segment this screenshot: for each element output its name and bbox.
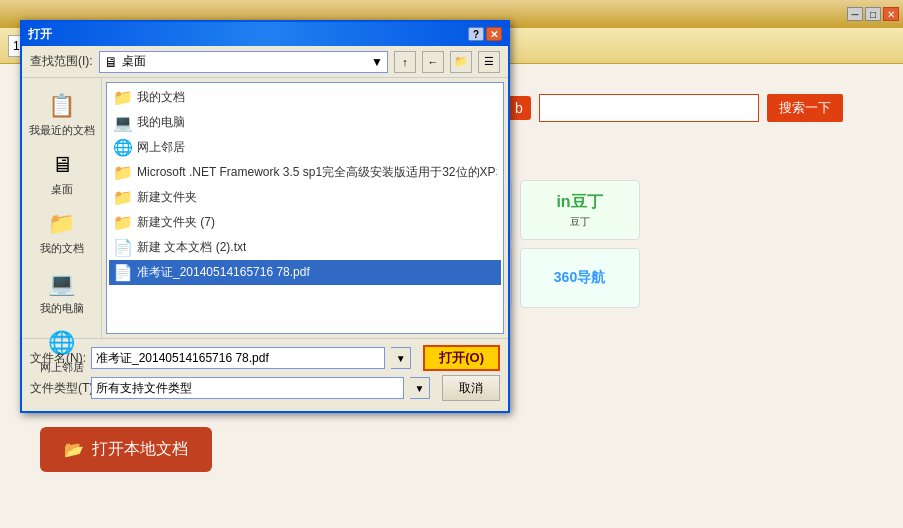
dialog-titlebar: 打开 ? ✕	[22, 22, 508, 46]
filename-input[interactable]	[91, 347, 385, 369]
filename-row: 文件名(N): ▼ 打开(O)	[30, 345, 500, 371]
my-docs-label: 我的文档	[40, 242, 84, 255]
file-name-pdf: 准考证_20140514165716 78.pdf	[137, 264, 310, 281]
file-item-my-computer[interactable]: 💻 我的电脑	[109, 110, 501, 135]
filename-label: 文件名(N):	[30, 350, 85, 367]
dialog-toolbar: 查找范围(I): 🖥 桌面 ▼ ↑ ← 📁 ☰	[22, 46, 508, 78]
dialog-help-button[interactable]: ?	[468, 27, 484, 41]
dialog-sidebar: 📋 我最近的文档 🖥 桌面 📁 我的文档 💻 我的电脑 🌐 网上邻	[22, 78, 102, 338]
file-item-pdf[interactable]: 📄 准考证_20140514165716 78.pdf	[109, 260, 501, 285]
open-file-dialog: 打开 ? ✕ 查找范围(I): 🖥 桌面 ▼ ↑ ← 📁 ☰ 📋 我最近的文档	[20, 20, 510, 413]
dialog-file-list[interactable]: 📁 我的文档 💻 我的电脑 🌐 网上邻居 📁 Microsoft .NET Fr…	[106, 82, 504, 334]
new-folder-icon: 📁	[113, 188, 133, 207]
file-name-new-folder: 新建文件夹	[137, 189, 197, 206]
file-item-my-docs[interactable]: 📁 我的文档	[109, 85, 501, 110]
filetype-label: 文件类型(T):	[30, 380, 85, 397]
network-file-icon: 🌐	[113, 138, 133, 157]
nav-up-button[interactable]: ↑	[394, 51, 416, 73]
txt-icon: 📄	[113, 238, 133, 257]
file-name-network: 网上邻居	[137, 139, 185, 156]
new-folder-button[interactable]: 📁	[450, 51, 472, 73]
dropdown-arrow: ▼	[371, 55, 383, 69]
filename-dropdown[interactable]: ▼	[391, 347, 411, 369]
my-computer-icon: 💻	[46, 268, 78, 300]
location-label: 查找范围(I):	[30, 53, 93, 70]
recent-docs-label: 我最近的文档	[29, 124, 95, 137]
pdf-icon: 📄	[113, 263, 133, 282]
cancel-button[interactable]: 取消	[442, 375, 500, 401]
desktop-icon: 🖥	[46, 149, 78, 181]
file-name-my-computer: 我的电脑	[137, 114, 185, 131]
desktop-icon-small: 🖥	[104, 54, 118, 70]
desktop-label: 桌面	[51, 183, 73, 196]
my-docs-icon: 📁	[46, 208, 78, 240]
file-item-new-txt[interactable]: 📄 新建 文本文档 (2).txt	[109, 235, 501, 260]
dialog-close-button[interactable]: ✕	[486, 27, 502, 41]
dialog-title: 打开	[28, 26, 466, 43]
file-item-network[interactable]: 🌐 网上邻居	[109, 135, 501, 160]
sidebar-item-recent[interactable]: 📋 我最近的文档	[27, 86, 97, 141]
computer-icon: 💻	[113, 113, 133, 132]
view-toggle-button[interactable]: ☰	[478, 51, 500, 73]
file-name-new-folder-7: 新建文件夹 (7)	[137, 214, 215, 231]
filetype-dropdown[interactable]: ▼	[410, 377, 430, 399]
cancel-button-area: 取消	[442, 375, 500, 401]
dialog-action-buttons: 打开(O)	[423, 345, 500, 371]
nav-back-button[interactable]: ←	[422, 51, 444, 73]
sidebar-item-desktop[interactable]: 🖥 桌面	[27, 145, 97, 200]
location-select[interactable]: 🖥 桌面 ▼	[99, 51, 388, 73]
sidebar-item-my-computer[interactable]: 💻 我的电脑	[27, 264, 97, 319]
filetype-input[interactable]	[91, 377, 404, 399]
dialog-overlay: 打开 ? ✕ 查找范围(I): 🖥 桌面 ▼ ↑ ← 📁 ☰ 📋 我最近的文档	[0, 0, 903, 528]
file-name-new-txt: 新建 文本文档 (2).txt	[137, 239, 246, 256]
file-name-my-docs: 我的文档	[137, 89, 185, 106]
file-item-netframework[interactable]: 📁 Microsoft .NET Framework 3.5 sp1完全高级安装…	[109, 160, 501, 185]
sidebar-item-my-docs[interactable]: 📁 我的文档	[27, 204, 97, 259]
folder-icon: 📁	[113, 88, 133, 107]
file-name-netframework: Microsoft .NET Framework 3.5 sp1完全高级安装版适…	[137, 164, 497, 181]
dialog-body: 📋 我最近的文档 🖥 桌面 📁 我的文档 💻 我的电脑 🌐 网上邻	[22, 78, 508, 338]
recent-docs-icon: 📋	[46, 90, 78, 122]
netframework-icon: 📁	[113, 163, 133, 182]
filetype-row: 文件类型(T): ▼ 取消	[30, 375, 500, 401]
file-item-new-folder-7[interactable]: 📁 新建文件夹 (7)	[109, 210, 501, 235]
open-button[interactable]: 打开(O)	[423, 345, 500, 371]
new-folder-7-icon: 📁	[113, 213, 133, 232]
file-item-new-folder[interactable]: 📁 新建文件夹	[109, 185, 501, 210]
my-computer-label: 我的电脑	[40, 302, 84, 315]
